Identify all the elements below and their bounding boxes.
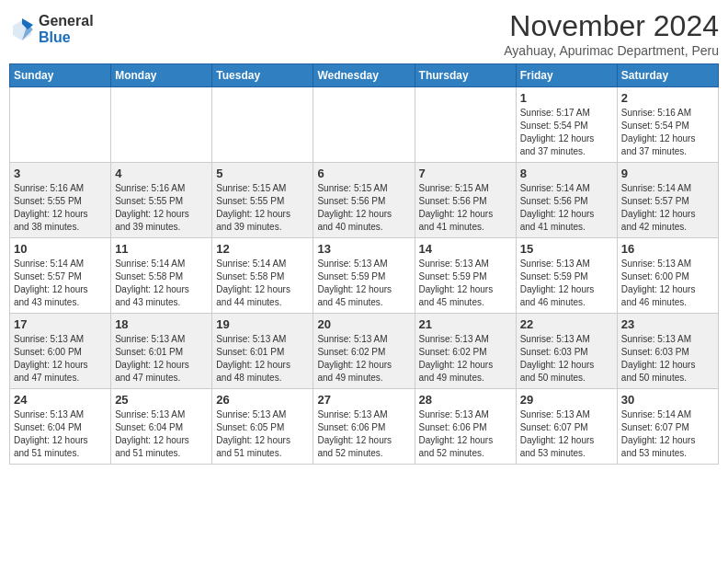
calendar-table: SundayMondayTuesdayWednesdayThursdayFrid…	[9, 63, 719, 465]
week-row-3: 10Sunrise: 5:14 AM Sunset: 5:57 PM Dayli…	[10, 238, 719, 314]
day-info: Sunrise: 5:13 AM Sunset: 5:59 PM Dayligh…	[520, 258, 613, 309]
logo-general-text: General	[39, 13, 94, 29]
day-info: Sunrise: 5:13 AM Sunset: 6:05 PM Dayligh…	[216, 408, 309, 460]
day-number: 18	[115, 317, 208, 331]
logo: General Blue	[9, 13, 94, 45]
day-number: 10	[14, 242, 107, 256]
day-info: Sunrise: 5:14 AM Sunset: 5:58 PM Dayligh…	[115, 258, 208, 309]
logo-icon	[9, 17, 35, 42]
day-cell-24: 20Sunrise: 5:13 AM Sunset: 6:02 PM Dayli…	[313, 314, 415, 389]
day-number: 3	[14, 167, 107, 180]
day-cell-22: 18Sunrise: 5:13 AM Sunset: 6:01 PM Dayli…	[111, 314, 212, 389]
logo-text: General Blue	[39, 13, 94, 45]
day-number: 11	[115, 242, 208, 256]
day-info: Sunrise: 5:15 AM Sunset: 5:55 PM Dayligh…	[216, 182, 309, 234]
day-number: 30	[621, 393, 714, 407]
day-cell-16: 12Sunrise: 5:14 AM Sunset: 5:58 PM Dayli…	[212, 238, 313, 314]
day-cell-21: 17Sunrise: 5:13 AM Sunset: 6:00 PM Dayli…	[10, 314, 111, 389]
day-info: Sunrise: 5:15 AM Sunset: 5:56 PM Dayligh…	[317, 182, 410, 234]
day-cell-25: 21Sunrise: 5:13 AM Sunset: 6:02 PM Dayli…	[415, 314, 516, 389]
day-number: 20	[317, 317, 410, 331]
day-info: Sunrise: 5:17 AM Sunset: 5:54 PM Dayligh…	[520, 107, 613, 158]
day-info: Sunrise: 5:13 AM Sunset: 6:00 PM Dayligh…	[621, 258, 714, 309]
header-cell-wednesday: Wednesday	[313, 64, 415, 87]
day-info: Sunrise: 5:13 AM Sunset: 6:07 PM Dayligh…	[520, 408, 613, 460]
day-info: Sunrise: 5:13 AM Sunset: 6:01 PM Dayligh…	[216, 333, 309, 385]
day-cell-32: 28Sunrise: 5:13 AM Sunset: 6:06 PM Dayli…	[415, 389, 516, 465]
week-row-1: 1Sunrise: 5:17 AM Sunset: 5:54 PM Daylig…	[10, 87, 719, 163]
day-cell-33: 29Sunrise: 5:13 AM Sunset: 6:07 PM Dayli…	[516, 389, 617, 465]
day-info: Sunrise: 5:13 AM Sunset: 6:03 PM Dayligh…	[520, 333, 613, 385]
logo-blue-text: Blue	[39, 29, 94, 46]
day-cell-12: 8Sunrise: 5:14 AM Sunset: 5:56 PM Daylig…	[516, 163, 617, 238]
day-number: 4	[115, 167, 208, 180]
day-info: Sunrise: 5:13 AM Sunset: 6:01 PM Dayligh…	[115, 333, 208, 385]
day-info: Sunrise: 5:14 AM Sunset: 5:57 PM Dayligh…	[14, 258, 107, 309]
day-number: 6	[317, 167, 410, 180]
day-info: Sunrise: 5:14 AM Sunset: 6:07 PM Dayligh…	[621, 408, 714, 460]
day-info: Sunrise: 5:14 AM Sunset: 5:57 PM Dayligh…	[621, 182, 714, 234]
day-number: 14	[419, 242, 512, 256]
day-cell-17: 13Sunrise: 5:13 AM Sunset: 5:59 PM Dayli…	[313, 238, 415, 314]
day-number: 9	[621, 167, 714, 180]
day-info: Sunrise: 5:13 AM Sunset: 6:06 PM Dayligh…	[419, 408, 512, 460]
day-cell-34: 30Sunrise: 5:14 AM Sunset: 6:07 PM Dayli…	[617, 389, 718, 465]
day-cell-18: 14Sunrise: 5:13 AM Sunset: 5:59 PM Dayli…	[415, 238, 516, 314]
day-number: 29	[520, 393, 613, 407]
day-number: 19	[216, 317, 309, 331]
day-cell-2	[212, 87, 313, 163]
calendar-body: 1Sunrise: 5:17 AM Sunset: 5:54 PM Daylig…	[10, 87, 719, 465]
day-number: 27	[317, 393, 410, 407]
day-number: 28	[419, 393, 512, 407]
day-number: 1	[520, 91, 613, 105]
day-cell-20: 16Sunrise: 5:13 AM Sunset: 6:00 PM Dayli…	[617, 238, 718, 314]
day-cell-3	[313, 87, 415, 163]
day-info: Sunrise: 5:16 AM Sunset: 5:55 PM Dayligh…	[14, 182, 107, 234]
day-info: Sunrise: 5:13 AM Sunset: 6:03 PM Dayligh…	[621, 333, 714, 385]
day-cell-13: 9Sunrise: 5:14 AM Sunset: 5:57 PM Daylig…	[617, 163, 718, 238]
day-cell-10: 6Sunrise: 5:15 AM Sunset: 5:56 PM Daylig…	[313, 163, 415, 238]
day-cell-30: 26Sunrise: 5:13 AM Sunset: 6:05 PM Dayli…	[212, 389, 313, 465]
day-info: Sunrise: 5:13 AM Sunset: 5:59 PM Dayligh…	[419, 258, 512, 309]
week-row-4: 17Sunrise: 5:13 AM Sunset: 6:00 PM Dayli…	[10, 314, 719, 389]
page-header: General Blue November 2024 Ayahuay, Apur…	[9, 9, 719, 58]
day-number: 2	[621, 91, 714, 105]
day-number: 15	[520, 242, 613, 256]
day-info: Sunrise: 5:14 AM Sunset: 5:56 PM Dayligh…	[520, 182, 613, 234]
day-number: 7	[419, 167, 512, 180]
day-info: Sunrise: 5:13 AM Sunset: 6:04 PM Dayligh…	[115, 408, 208, 460]
day-cell-7: 3Sunrise: 5:16 AM Sunset: 5:55 PM Daylig…	[10, 163, 111, 238]
header-cell-thursday: Thursday	[415, 64, 516, 87]
day-number: 16	[621, 242, 714, 256]
title-section: November 2024 Ayahuay, Apurimac Departme…	[504, 9, 719, 58]
day-info: Sunrise: 5:13 AM Sunset: 6:02 PM Dayligh…	[317, 333, 410, 385]
header-cell-tuesday: Tuesday	[212, 64, 313, 87]
day-number: 8	[520, 167, 613, 180]
header-cell-sunday: Sunday	[10, 64, 111, 87]
day-cell-27: 23Sunrise: 5:13 AM Sunset: 6:03 PM Dayli…	[617, 314, 718, 389]
day-cell-0	[10, 87, 111, 163]
day-info: Sunrise: 5:13 AM Sunset: 6:06 PM Dayligh…	[317, 408, 410, 460]
day-number: 12	[216, 242, 309, 256]
day-number: 23	[621, 317, 714, 331]
header-row: SundayMondayTuesdayWednesdayThursdayFrid…	[10, 64, 719, 87]
day-cell-4	[415, 87, 516, 163]
day-info: Sunrise: 5:16 AM Sunset: 5:55 PM Dayligh…	[115, 182, 208, 234]
day-cell-28: 24Sunrise: 5:13 AM Sunset: 6:04 PM Dayli…	[10, 389, 111, 465]
day-info: Sunrise: 5:16 AM Sunset: 5:54 PM Dayligh…	[621, 107, 714, 158]
day-number: 24	[14, 393, 107, 407]
day-cell-8: 4Sunrise: 5:16 AM Sunset: 5:55 PM Daylig…	[111, 163, 212, 238]
day-number: 25	[115, 393, 208, 407]
week-row-5: 24Sunrise: 5:13 AM Sunset: 6:04 PM Dayli…	[10, 389, 719, 465]
month-title: November 2024	[504, 9, 719, 43]
day-number: 13	[317, 242, 410, 256]
day-cell-26: 22Sunrise: 5:13 AM Sunset: 6:03 PM Dayli…	[516, 314, 617, 389]
header-cell-friday: Friday	[516, 64, 617, 87]
day-cell-5: 1Sunrise: 5:17 AM Sunset: 5:54 PM Daylig…	[516, 87, 617, 163]
day-cell-19: 15Sunrise: 5:13 AM Sunset: 5:59 PM Dayli…	[516, 238, 617, 314]
day-info: Sunrise: 5:13 AM Sunset: 6:00 PM Dayligh…	[14, 333, 107, 385]
day-cell-29: 25Sunrise: 5:13 AM Sunset: 6:04 PM Dayli…	[111, 389, 212, 465]
header-cell-saturday: Saturday	[617, 64, 718, 87]
day-cell-14: 10Sunrise: 5:14 AM Sunset: 5:57 PM Dayli…	[10, 238, 111, 314]
header-cell-monday: Monday	[111, 64, 212, 87]
